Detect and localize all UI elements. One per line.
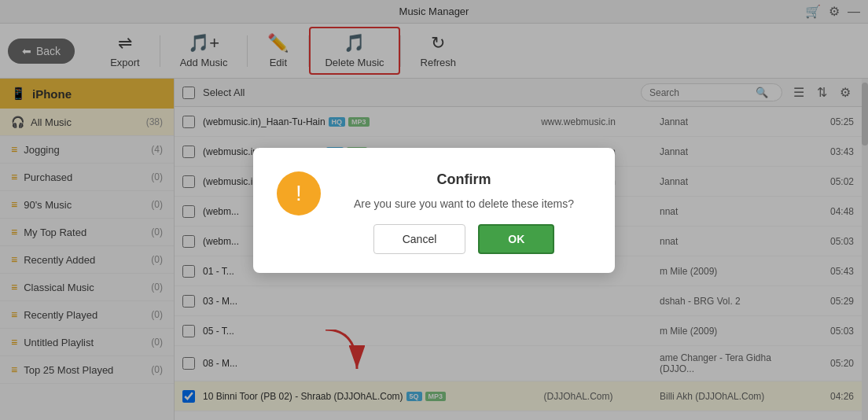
ok-button[interactable]: OK <box>478 224 554 254</box>
dialog-overlay: ! Confirm Are you sure you want to delet… <box>0 0 868 420</box>
dialog-message: Are you sure you want to delete these it… <box>354 197 574 210</box>
dialog-title: Confirm <box>437 171 491 188</box>
confirm-dialog: ! Confirm Are you sure you want to delet… <box>253 148 615 273</box>
cancel-button[interactable]: Cancel <box>373 224 466 254</box>
dialog-buttons: Cancel OK <box>373 224 555 254</box>
dialog-warning-icon: ! <box>277 171 321 216</box>
